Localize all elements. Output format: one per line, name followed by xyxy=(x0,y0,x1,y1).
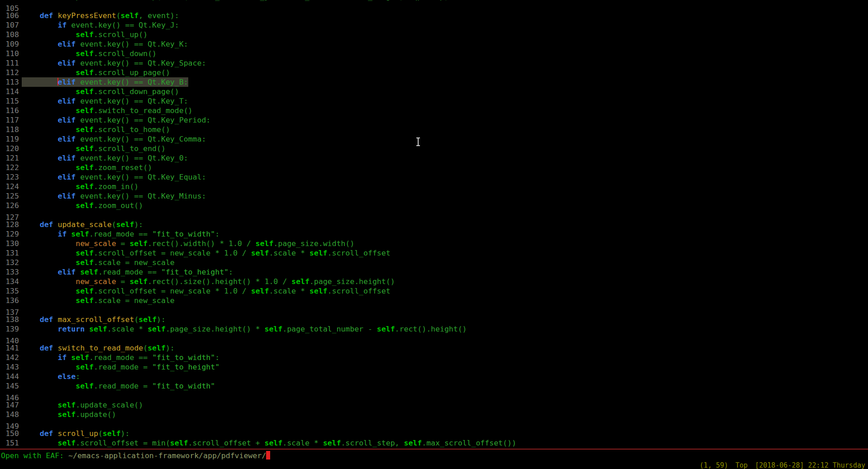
line-number: 129 xyxy=(0,229,19,239)
code-text: self.read_mode = "fit_to_height" xyxy=(22,362,219,372)
cursor-position: (1, 59) xyxy=(700,461,728,469)
code-line[interactable]: 133 elif self.read_mode == "fit_to_heigh… xyxy=(0,267,868,277)
code-text: self.scroll_up_page() xyxy=(22,68,170,77)
code-text: self.scroll_offset = new_scale * 1.0 / s… xyxy=(22,286,391,296)
code-line[interactable]: 111 elif event.key() == Qt.Key_Space: xyxy=(0,58,868,68)
code-line[interactable]: 127 xyxy=(0,210,868,220)
code-line[interactable]: 139 return self.scale * self.page_size.h… xyxy=(0,324,868,334)
code-line[interactable]: 151 self.scroll_offset = min(self.scroll… xyxy=(0,438,868,448)
line-number: 114 xyxy=(0,87,19,96)
code-text: return self.scale * self.page_size.heigh… xyxy=(22,324,467,334)
code-line[interactable]: 124 self.zoom_in() xyxy=(0,182,868,191)
code-text: elif event.key() == Qt.Key_Equal: xyxy=(22,172,206,182)
code-text: self.zoom_out() xyxy=(22,201,143,210)
code-line[interactable]: 120 self.scroll_to_end() xyxy=(0,144,868,153)
minibuffer-input[interactable]: ~/emacs-application-framework/app/pdfvie… xyxy=(68,451,266,460)
code-text: self.switch_to_read_mode() xyxy=(22,106,193,115)
code-line[interactable]: 145 self.read_mode = "fit_to_width" xyxy=(0,381,868,391)
line-number: 128 xyxy=(0,220,19,229)
code-buffer[interactable]: 104 painter.drawPixmap(QRect(render_x, r… xyxy=(0,0,868,448)
code-line[interactable]: 140 xyxy=(0,334,868,343)
line-number: 118 xyxy=(0,125,19,134)
code-line[interactable]: 122 self.zoom_reset() xyxy=(0,163,868,172)
code-line[interactable]: 117 elif event.key() == Qt.Key_Period: xyxy=(0,115,868,125)
code-line[interactable]: 144 else: xyxy=(0,372,868,381)
line-number: 147 xyxy=(0,400,19,410)
code-text: elif event.key() == Qt.Key_Comma: xyxy=(22,134,206,144)
code-text: self.scale = new_scale xyxy=(22,258,175,267)
line-number: 108 xyxy=(0,30,19,39)
line-number: 121 xyxy=(0,153,19,163)
mouse-ibeam-icon xyxy=(415,137,421,146)
line-number: 119 xyxy=(0,134,19,144)
line-number: 115 xyxy=(0,96,19,106)
line-number: 132 xyxy=(0,258,19,267)
code-line[interactable]: 148 self.update() xyxy=(0,410,868,419)
code-line[interactable]: 142 if self.read_mode == "fit_to_width": xyxy=(0,353,868,362)
code-line[interactable]: 105 xyxy=(0,1,868,11)
code-line[interactable]: 123 elif event.key() == Qt.Key_Equal: xyxy=(0,172,868,182)
line-number: 130 xyxy=(0,239,19,248)
code-line[interactable]: 132 self.scale = new_scale xyxy=(0,258,868,267)
code-text: def max_scroll_offset(self): xyxy=(22,315,166,324)
code-line[interactable]: 119 elif event.key() == Qt.Key_Comma: xyxy=(0,134,868,144)
code-text: self.scroll_to_end() xyxy=(22,144,166,153)
code-line[interactable]: 146 xyxy=(0,391,868,400)
line-number: 133 xyxy=(0,267,19,277)
code-line[interactable]: 138 def max_scroll_offset(self): xyxy=(0,315,868,324)
line-number: 113 xyxy=(0,77,19,87)
code-line[interactable]: 130 new_scale = self.rect().width() * 1.… xyxy=(0,239,868,248)
code-line[interactable]: 110 self.scroll_down() xyxy=(0,49,868,58)
code-line[interactable]: 129 if self.read_mode == "fit_to_width": xyxy=(0,229,868,239)
code-text: if self.read_mode == "fit_to_width": xyxy=(22,353,219,362)
mode-line-rule xyxy=(0,449,868,450)
code-text: else: xyxy=(22,372,80,381)
minibuffer[interactable]: Open with EAF: ~/emacs-application-frame… xyxy=(1,450,270,462)
code-text: def scroll_up(self): xyxy=(22,429,129,438)
code-line[interactable]: 125 elif event.key() == Qt.Key_Minus: xyxy=(0,191,868,201)
code-text: self.scroll_down() xyxy=(22,49,157,58)
line-number: 145 xyxy=(0,381,19,391)
code-line[interactable]: 107 if event.key() == Qt.Key_J: xyxy=(0,20,868,30)
code-text: def switch_to_read_mode(self): xyxy=(22,343,175,353)
line-number: 124 xyxy=(0,182,19,191)
code-line[interactable]: 150 def scroll_up(self): xyxy=(0,429,868,438)
code-line[interactable]: 106 def keyPressEvent(self, event): xyxy=(0,11,868,20)
code-line[interactable]: 149 xyxy=(0,419,868,429)
code-text: self.scroll_down_page() xyxy=(22,87,179,96)
code-text: elif event.key() == Qt.Key_0: xyxy=(22,153,188,163)
code-line[interactable]: 128 def update_scale(self): xyxy=(0,220,868,229)
code-line[interactable]: 134 new_scale = self.rect().size().heigh… xyxy=(0,277,868,286)
code-text: self.zoom_reset() xyxy=(22,163,152,172)
code-line[interactable]: 115 elif event.key() == Qt.Key_T: xyxy=(0,96,868,106)
code-line[interactable]: 141 def switch_to_read_mode(self): xyxy=(0,343,868,353)
line-number: 117 xyxy=(0,115,19,125)
code-line[interactable]: 109 elif event.key() == Qt.Key_K: xyxy=(0,39,868,49)
code-line[interactable]: 108 self.scroll_up() xyxy=(0,30,868,39)
datetime: [2018-06-28] 22:12 Thursday xyxy=(755,461,865,469)
line-number: 106 xyxy=(0,11,19,20)
code-line[interactable]: 121 elif event.key() == Qt.Key_0: xyxy=(0,153,868,163)
code-line[interactable]: 116 self.switch_to_read_mode() xyxy=(0,106,868,115)
code-line[interactable]: 118 self.scroll_to_home() xyxy=(0,125,868,134)
code-line[interactable]: 126 self.zoom_out() xyxy=(0,201,868,210)
code-line[interactable]: 135 self.scroll_offset = new_scale * 1.0… xyxy=(0,286,868,296)
code-line[interactable]: 114 self.scroll_down_page() xyxy=(0,87,868,96)
line-number: 139 xyxy=(0,324,19,334)
line-number: 123 xyxy=(0,172,19,182)
code-line[interactable]: 112 self.scroll_up_page() xyxy=(0,68,868,77)
minibuffer-cursor xyxy=(266,451,270,460)
code-line[interactable]: 113 elif event.key() == Qt.Key_B: xyxy=(0,77,868,87)
line-number: 131 xyxy=(0,248,19,258)
code-line[interactable]: 136 self.scale = new_scale xyxy=(0,296,868,305)
code-line[interactable]: 137 xyxy=(0,305,868,315)
code-line[interactable]: 131 self.scroll_offset = new_scale * 1.0… xyxy=(0,248,868,258)
line-number: 120 xyxy=(0,144,19,153)
code-line[interactable]: 147 self.update_scale() xyxy=(0,400,868,410)
line-number: 122 xyxy=(0,163,19,172)
code-text: if event.key() == Qt.Key_J: xyxy=(22,20,179,30)
line-number: 151 xyxy=(0,438,19,448)
code-text: self.zoom_in() xyxy=(22,182,138,191)
code-line[interactable]: 143 self.read_mode = "fit_to_height" xyxy=(0,362,868,372)
line-number: 109 xyxy=(0,39,19,49)
